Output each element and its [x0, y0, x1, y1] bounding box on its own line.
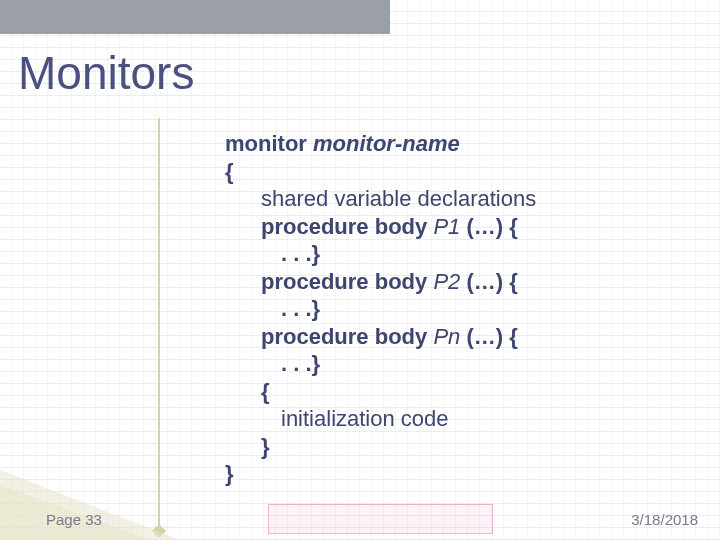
shared-decl: shared variable declarations	[225, 185, 695, 213]
monitor-code-block: monitor monitor-name { shared variable d…	[225, 130, 695, 488]
monitor-name: monitor-name	[313, 131, 460, 156]
close-brace: }	[225, 460, 695, 488]
page-number: Page 33	[46, 511, 102, 528]
ellipsis-n: . . .}	[225, 350, 695, 378]
proc-pn: Pn	[433, 324, 460, 349]
open-brace: {	[225, 158, 695, 186]
proc-tail-2: (…) {	[466, 269, 517, 294]
ellipsis-1: . . .}	[225, 240, 695, 268]
kw-procedure-2: procedure body	[261, 269, 427, 294]
kw-monitor: monitor	[225, 131, 307, 156]
proc-tail-n: (…) {	[466, 324, 517, 349]
init-code: initialization code	[225, 405, 695, 433]
header-accent-bar	[0, 0, 390, 34]
init-close: }	[225, 433, 695, 461]
ellipsis-2: . . .}	[225, 295, 695, 323]
kw-procedure-1: procedure body	[261, 214, 427, 239]
slide-date: 3/18/2018	[631, 511, 698, 528]
slide-title: Monitors	[18, 46, 194, 100]
kw-procedure-n: procedure body	[261, 324, 427, 349]
proc-p1: P1	[433, 214, 460, 239]
init-open: {	[225, 378, 695, 406]
proc-tail-1: (…) {	[466, 214, 517, 239]
proc-p2: P2	[433, 269, 460, 294]
highlight-box	[268, 504, 493, 534]
